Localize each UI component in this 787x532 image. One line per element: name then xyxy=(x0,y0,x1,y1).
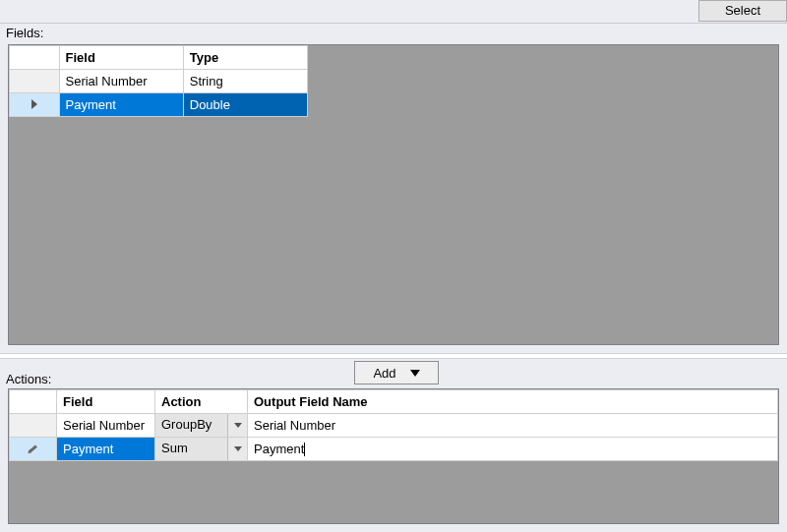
fields-section-label: Fields: xyxy=(0,24,787,44)
fields-col-type[interactable]: Type xyxy=(183,46,307,70)
actions-cell-output[interactable]: Serial Number xyxy=(248,414,778,438)
actions-section-label: Actions: xyxy=(6,372,51,386)
add-button-label: Add xyxy=(373,366,395,381)
fields-col-field[interactable]: Field xyxy=(59,46,183,70)
actions-row[interactable]: Payment Sum Payment xyxy=(10,438,778,461)
select-button-label: Select xyxy=(725,3,760,18)
actions-col-action[interactable]: Action xyxy=(155,390,248,414)
fields-cell-field[interactable]: Payment xyxy=(59,93,183,117)
actions-output-editvalue: Payment xyxy=(254,442,304,456)
actions-row-indicator xyxy=(10,414,57,438)
fields-row-indicator xyxy=(10,93,60,117)
actions-header-row: Field Action Output Field Name xyxy=(10,390,778,414)
actions-action-dropdown[interactable] xyxy=(227,414,247,437)
fields-cell-field[interactable]: Serial Number xyxy=(59,70,183,93)
fields-grid[interactable]: Field Type Serial Number String Payment … xyxy=(9,45,308,117)
actions-cell-output[interactable]: Payment xyxy=(248,438,778,461)
actions-cell-field[interactable]: Payment xyxy=(57,438,155,461)
chevron-down-icon xyxy=(234,423,242,428)
top-toolbar: Select xyxy=(0,0,787,24)
add-button[interactable]: Add xyxy=(354,361,439,384)
actions-grid[interactable]: Field Action Output Field Name Serial Nu… xyxy=(9,389,778,461)
fields-rowheader-blank xyxy=(10,46,60,70)
actions-action-value: Sum xyxy=(155,438,227,460)
current-row-triangle-icon xyxy=(31,99,37,109)
select-button[interactable]: Select xyxy=(698,0,787,22)
fields-panel: Field Type Serial Number String Payment … xyxy=(8,44,779,345)
edit-pencil-icon xyxy=(28,442,39,453)
actions-row[interactable]: Serial Number GroupBy Serial Number xyxy=(10,414,778,438)
actions-action-dropdown[interactable] xyxy=(227,438,247,460)
actions-cell-action[interactable]: GroupBy xyxy=(155,414,248,438)
chevron-down-icon xyxy=(234,446,242,451)
fields-cell-type[interactable]: Double xyxy=(183,93,307,117)
actions-panel: Field Action Output Field Name Serial Nu… xyxy=(8,388,779,524)
actions-rowheader-blank xyxy=(10,390,57,414)
fields-header-row: Field Type xyxy=(10,46,308,70)
actions-cell-action[interactable]: Sum xyxy=(155,438,248,461)
actions-header: Actions: Add xyxy=(0,359,787,388)
fields-row[interactable]: Serial Number String xyxy=(10,70,308,93)
actions-col-field[interactable]: Field xyxy=(57,390,155,414)
text-caret-icon xyxy=(304,443,305,456)
fields-row[interactable]: Payment Double xyxy=(10,93,308,117)
actions-col-output[interactable]: Output Field Name xyxy=(248,390,778,414)
actions-cell-field[interactable]: Serial Number xyxy=(57,414,155,438)
actions-row-indicator xyxy=(10,438,57,461)
dropdown-caret-icon xyxy=(410,370,420,377)
actions-action-value: GroupBy xyxy=(155,414,227,437)
fields-cell-type[interactable]: String xyxy=(183,70,307,93)
fields-row-indicator xyxy=(10,70,60,93)
